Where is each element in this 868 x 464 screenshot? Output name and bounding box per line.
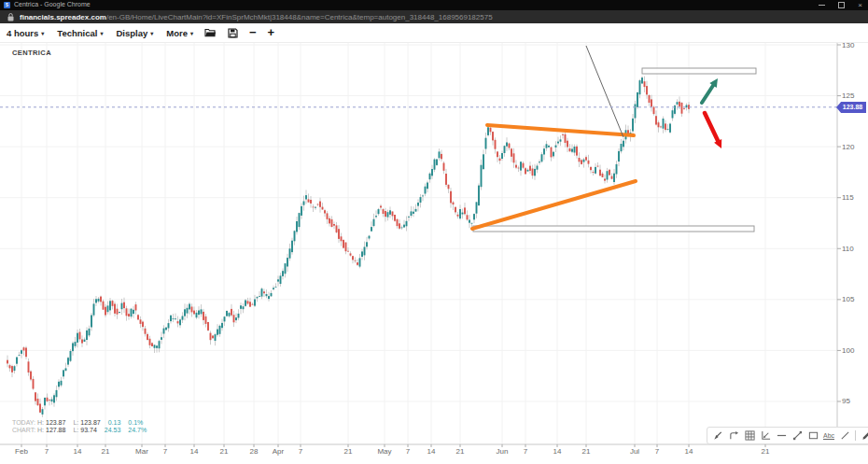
legend-row-chart: CHART: H: 127.88 L: 93.74 24.53 24.7% [12, 427, 147, 434]
zone-box[interactable] [642, 68, 756, 74]
candle-body [445, 174, 447, 185]
zoom-in-button[interactable]: + [268, 28, 275, 37]
candle-body [408, 217, 410, 218]
candle-body [529, 166, 531, 171]
candle-body [275, 287, 277, 288]
diagonal-line-icon[interactable] [839, 430, 850, 442]
pencil-tool-icon[interactable] [861, 430, 868, 442]
candle-body [651, 99, 652, 106]
candle-body [389, 210, 391, 215]
candle-body [100, 297, 102, 302]
legend-label: TODAY: [12, 419, 37, 427]
elbow-arrow-icon[interactable] [728, 430, 739, 442]
time-axis-label: Mar [135, 447, 148, 456]
candle-body [637, 92, 638, 107]
candle-body [215, 334, 217, 341]
candle-body [655, 116, 657, 124]
trendline[interactable] [472, 181, 636, 229]
candle-body [492, 132, 494, 140]
candle-body [245, 301, 246, 306]
down-arrow[interactable] [705, 113, 719, 143]
high-key: H: [37, 427, 44, 434]
candle-body [93, 303, 95, 315]
drawing-toolbar: Abc × [707, 427, 868, 444]
more-dropdown[interactable]: More ▾ [166, 28, 193, 38]
rectangle-tool-icon[interactable] [807, 430, 819, 442]
candle-body [198, 311, 200, 316]
candle-body [37, 399, 39, 405]
candle-body [317, 204, 319, 205]
time-axis-label: 28 [250, 447, 259, 456]
candle-body [329, 218, 330, 224]
zone-box[interactable] [473, 226, 754, 232]
candle-body [420, 197, 422, 203]
candle-body [639, 80, 641, 94]
candle-body [525, 168, 526, 174]
restore-icon[interactable] [838, 2, 845, 8]
arrow-tool-icon[interactable] [712, 430, 723, 442]
candle-body [112, 301, 114, 306]
candle-body [665, 123, 666, 130]
today-low: 123.87 [80, 419, 100, 427]
candle-body [268, 296, 270, 299]
callout-line[interactable] [586, 46, 623, 137]
chart-high: 127.88 [46, 427, 65, 434]
candle-body [75, 342, 77, 346]
timeframe-dropdown[interactable]: 4 hours ▾ [7, 28, 44, 38]
close-icon[interactable]: × [858, 2, 862, 9]
candle-body [499, 159, 501, 162]
grid-tool-icon[interactable] [744, 430, 755, 442]
technical-dropdown[interactable]: Technical ▾ [57, 28, 103, 38]
candle-body [175, 318, 176, 319]
today-change-pct: 0.1% [128, 419, 143, 427]
text-tool-icon[interactable]: Abc [823, 430, 834, 442]
address-bar[interactable]: financials.spreadex.com/en-GB/Home/LiveC… [0, 10, 868, 23]
zoom-out-button[interactable]: − [249, 28, 257, 37]
candle-body [462, 213, 464, 215]
candle-body [469, 220, 470, 223]
trend-line-icon[interactable] [791, 430, 803, 442]
candle-body [595, 167, 596, 174]
candle-body [497, 151, 498, 157]
candle-body [364, 247, 366, 256]
candle-body [392, 212, 394, 217]
candle-body [109, 301, 111, 310]
url-path: /en-GB/Home/LiveChartMain?id=XFinSprMchM… [106, 13, 493, 21]
horizontal-line-icon[interactable] [776, 430, 787, 442]
price-axis-label: 120 [842, 143, 854, 151]
candle-body [259, 296, 260, 297]
candle-body [394, 215, 396, 221]
candle-body [294, 231, 296, 241]
candle-body [161, 337, 162, 340]
candle-body [546, 144, 548, 148]
legend-row-today: TODAY: H: 123.87 L: 123.87 0.13 0.1% [12, 419, 147, 427]
candle-body [551, 148, 553, 158]
minimize-icon[interactable] [819, 5, 825, 6]
candlestick-chart[interactable] [0, 0, 868, 464]
axes-tool-icon[interactable] [760, 430, 771, 442]
candle-body [518, 168, 520, 169]
candle-body [649, 95, 651, 103]
time-axis-label: Jul [630, 447, 639, 456]
save-icon[interactable] [228, 28, 238, 38]
time-axis-label: 7 [655, 447, 659, 456]
candle-body [79, 332, 81, 340]
candle-body [135, 304, 137, 310]
candle-body [450, 191, 452, 204]
candle-body [67, 358, 69, 364]
candle-body [35, 392, 36, 401]
price-axis-label: 105 [842, 295, 854, 303]
candle-body [235, 317, 237, 320]
candle-body [229, 313, 231, 316]
candle-body [201, 309, 203, 314]
display-dropdown[interactable]: Display ▾ [116, 28, 153, 38]
trendline[interactable] [487, 125, 634, 135]
candle-body [366, 242, 368, 246]
up-arrow[interactable] [702, 83, 715, 103]
candle-body [296, 221, 298, 232]
open-folder-icon[interactable] [204, 28, 217, 37]
candle-body [338, 229, 340, 239]
technical-label: Technical [57, 28, 97, 38]
candle-body [140, 319, 142, 324]
candle-body [574, 147, 576, 153]
